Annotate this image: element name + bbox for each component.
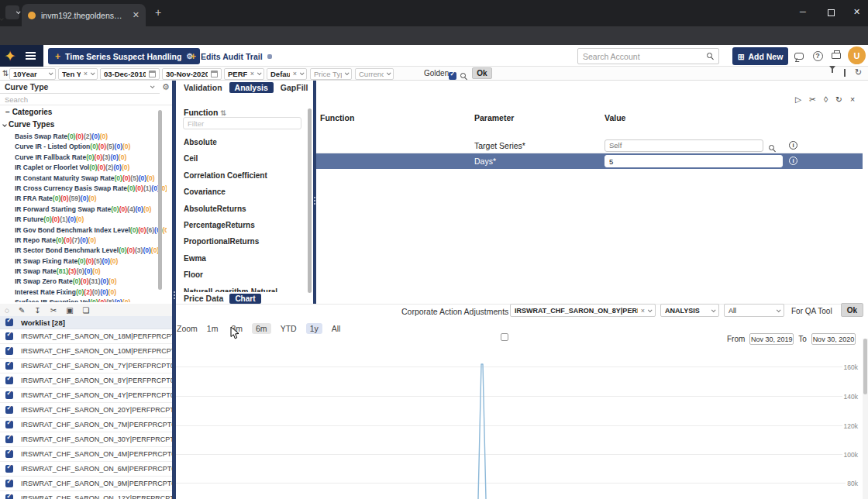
browser-tab[interactable]: invm192.thegoldensource.com ✕ — [22, 4, 146, 26]
download-icon[interactable]: ↧ — [34, 306, 40, 315]
curve-type-item[interactable]: IR Swap Fixing Rate00500 — [15, 256, 167, 267]
worklist-row[interactable]: IRSWRAT_CHF_SARON_ON_6M|PERFPRCPT01|MI..… — [0, 462, 172, 477]
refresh-icon[interactable]: ↻ — [855, 67, 862, 77]
tab-chart[interactable]: Chart — [229, 294, 260, 304]
zoom-1m-button[interactable]: 1m — [203, 323, 222, 334]
circle-icon[interactable]: ◌ — [5, 306, 9, 315]
search-icon[interactable] — [707, 53, 714, 60]
worklist-row[interactable]: IRSWRAT_CHF_SARON_ON_12Y|PERFPRCPT01|M..… — [0, 491, 172, 499]
worklist-row[interactable]: IRSWRAT_CHF_SARON_ON_9M|PERFPRCPT01|MI..… — [0, 477, 172, 491]
function-list-item[interactable]: AbsoluteReturns — [184, 201, 304, 217]
function-list-item[interactable]: NaturalLogarithm-Natural — [184, 284, 304, 292]
clear-icon[interactable]: × — [84, 70, 88, 77]
select-all-checkbox[interactable] — [5, 318, 13, 326]
curve-type-item[interactable]: Basis Swap Rate00200 — [15, 132, 167, 142]
row-checkbox[interactable] — [5, 450, 13, 458]
row-checkbox[interactable] — [5, 465, 13, 473]
worklist-row[interactable]: IRSWRAT_CHF_SARON_ON_4Y|PERFPRCPT01|MI..… — [0, 388, 172, 403]
refresh-icon[interactable]: ↻ — [835, 95, 842, 104]
sort-icon[interactable]: ⇅ — [220, 109, 226, 117]
edit-icon[interactable]: ✎ — [19, 306, 25, 315]
export-icon[interactable]: ❏ — [83, 306, 90, 315]
function-filter[interactable] — [183, 117, 301, 129]
curve-types-group[interactable]: Curve Types — [3, 120, 54, 129]
chart-ok-button[interactable]: Ok — [841, 303, 863, 317]
scope-select[interactable]: All — [724, 304, 784, 317]
function-list-item[interactable]: Ewma — [184, 250, 304, 267]
function-list-item[interactable]: ProportionalReturns — [184, 233, 304, 250]
date-to-field[interactable]: 30-Nov-2020 — [162, 68, 222, 80]
worklist-row[interactable]: IRSWRAT_CHF_SARON_ON_10M|PERFPRCPT01|... — [0, 344, 172, 359]
cut-icon[interactable]: ✂ — [50, 306, 57, 315]
function-list-item[interactable]: Floor — [184, 267, 304, 283]
function-list-item[interactable]: Absolute — [184, 134, 304, 150]
curve-type-item[interactable]: IR Swap Zero Rate003100 — [15, 277, 167, 287]
worklist-row[interactable]: IRSWRAT_CHF_SARON_ON_20Y|PERFPRCPT01|... — [0, 403, 172, 418]
account-search-input[interactable] — [583, 52, 707, 61]
row-checkbox[interactable] — [5, 406, 13, 414]
help-button[interactable]: ? — [811, 50, 824, 62]
filter-ok-button[interactable]: Ok — [472, 67, 492, 79]
row-checkbox[interactable] — [5, 377, 13, 384]
price-type-select[interactable]: Price Type — [310, 68, 352, 80]
run-icon[interactable]: ▷ — [795, 95, 801, 104]
info-icon[interactable]: i — [789, 157, 797, 165]
curve-type-item[interactable]: IR Repo Rate00700 — [15, 236, 167, 246]
worklist-row[interactable]: IRSWRAT_CHF_SARON_ON_7M|PERFPRCPT01|MI..… — [0, 418, 172, 432]
window-minimize-button[interactable]: ─ — [800, 7, 806, 16]
calendar-icon[interactable] — [149, 71, 156, 77]
sidebar-scrollbar[interactable] — [158, 110, 162, 290]
curve-type-item[interactable]: Curve IR Fallback Rate00300 — [15, 153, 167, 163]
sidebar-search[interactable] — [0, 94, 172, 105]
user-avatar[interactable]: U — [848, 46, 866, 64]
tab-time-series-suspect-handling[interactable]: + Time Series Suspect Handling ⚙ — [48, 48, 200, 64]
tab-price-data[interactable]: Price Data — [184, 294, 223, 303]
categories-header[interactable]: − Categories — [5, 108, 52, 116]
eraser-icon[interactable]: ◊ — [824, 95, 828, 104]
curve-type-item[interactable]: IR Gov Bond Benchmark Index Level00600 — [15, 225, 167, 236]
tab-edits-audit-trail[interactable]: + Edits Audit Trail — [188, 48, 275, 64]
worklist-row[interactable]: IRSWRAT_CHF_SARON_ON_4M|PERFPRCPT01|MI..… — [0, 447, 172, 462]
account-search[interactable] — [577, 48, 719, 64]
row-checkbox[interactable] — [5, 347, 13, 355]
camera-icon[interactable]: ▣ — [66, 306, 73, 315]
window-close-button[interactable]: ✕ — [853, 7, 860, 17]
panel-divider[interactable] — [313, 81, 316, 304]
row-checkbox[interactable] — [5, 362, 13, 370]
function-list-item[interactable]: PercentageReturns — [184, 217, 304, 233]
curve-type-item[interactable]: IR Cross Currency Basis Swap Rate00100 — [15, 184, 167, 194]
row-checkbox[interactable] — [5, 435, 13, 443]
curve-type-item[interactable]: IR Sector Bond Benchmark Level00300 — [15, 246, 167, 256]
zoom-ytd-button[interactable]: YTD — [277, 323, 301, 334]
divider-drag-handle[interactable] — [172, 291, 176, 299]
tab-validation[interactable]: Validation — [184, 83, 222, 92]
cut-icon[interactable]: ✂ — [809, 95, 816, 104]
mode-select[interactable]: ANALYSIS — [660, 304, 719, 317]
curve-select[interactable]: Ten Ye× — [58, 68, 98, 80]
chart-scrollbar-thumb[interactable] — [863, 339, 867, 394]
function-list-item[interactable]: Ceil — [184, 150, 304, 167]
curve-type-item[interactable]: IR FRA Rate005900 — [15, 194, 167, 204]
row-checkbox[interactable] — [5, 391, 13, 399]
currency-select[interactable]: Currency — [355, 68, 394, 80]
curve-type-item[interactable]: Curve IR - Listed Option00500 — [15, 142, 167, 152]
zoom-search-icon[interactable] — [460, 69, 467, 83]
worklist-row[interactable]: IRSWRAT_CHF_SARON_ON_8Y|PERFPRCPT01|MI..… — [0, 373, 172, 388]
curve-type-item[interactable]: IR Caplet or Floorlet Vol00200 — [15, 163, 167, 173]
golden-checkbox[interactable] — [449, 72, 456, 80]
worklist-row[interactable]: IRSWRAT_CHF_SARON_ON_7Y|PERFPRCPT01|MI..… — [0, 359, 172, 373]
curve-type-item[interactable]: IR Forward Starting Swap Rate00400 — [15, 205, 167, 215]
curve-type-item[interactable]: Interest Rate Fixing02000 — [15, 287, 167, 298]
worklist-header[interactable]: Worklist [28] — [0, 316, 172, 329]
calendar-icon[interactable] — [211, 71, 218, 77]
clear-icon[interactable]: × — [641, 307, 645, 315]
curve-type-item[interactable]: IR Swap Rate813000 — [15, 267, 167, 277]
tenor-select[interactable]: 10Year — [9, 68, 56, 80]
zoom-6m-button[interactable]: 6m — [252, 323, 271, 334]
days-input[interactable] — [604, 155, 783, 167]
worklist-row[interactable]: IRSWRAT_CHF_SARON_ON_30Y|PERFPRCPT01|... — [0, 432, 172, 447]
new-tab-button[interactable]: + — [155, 6, 161, 19]
clear-icon[interactable]: × — [293, 70, 297, 77]
row-checkbox[interactable] — [5, 421, 13, 428]
chat-button[interactable] — [793, 50, 805, 62]
